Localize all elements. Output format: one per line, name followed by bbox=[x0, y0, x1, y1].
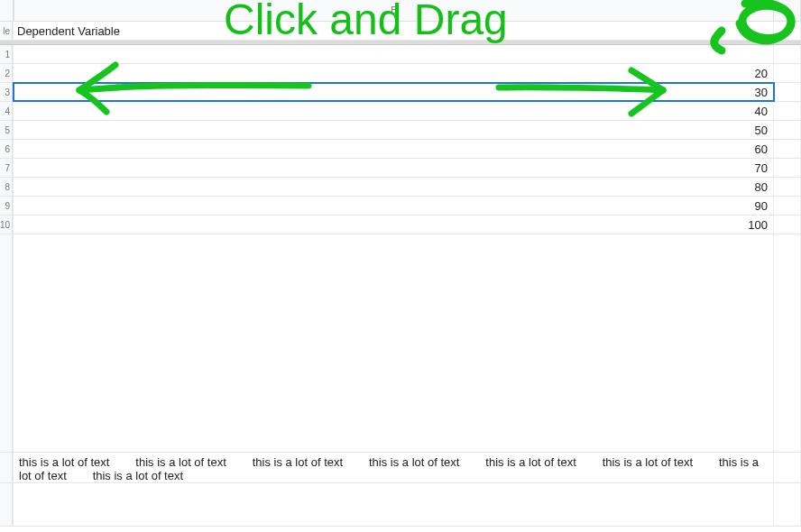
long-text-content: this is a lot of text this is a lot of t… bbox=[19, 455, 768, 482]
cell-c-3[interactable] bbox=[774, 83, 801, 101]
row-11 bbox=[0, 234, 801, 453]
row-head-frozen-label: le bbox=[3, 26, 10, 36]
row-head-6[interactable]: 6 bbox=[0, 140, 13, 158]
column-header-b-label: B bbox=[391, 5, 397, 15]
cell-b-12[interactable]: this is a lot of text this is a lot of t… bbox=[14, 453, 774, 482]
column-header-row: B bbox=[0, 0, 801, 22]
spreadsheet-grid: B le Dependent Variable 1220330440550660… bbox=[0, 0, 801, 532]
cell-value: 50 bbox=[755, 124, 768, 137]
cell-b-4[interactable]: 40 bbox=[14, 102, 774, 120]
row-head-3[interactable]: 3 bbox=[0, 83, 13, 101]
row-head-12[interactable] bbox=[0, 453, 13, 482]
cell-c-12[interactable] bbox=[774, 453, 801, 482]
column-header-c[interactable] bbox=[774, 0, 801, 21]
cell-value: 30 bbox=[755, 86, 768, 99]
cell-b-10[interactable]: 100 bbox=[14, 216, 774, 234]
cell-b-2[interactable]: 20 bbox=[14, 64, 774, 82]
select-all-corner[interactable] bbox=[0, 0, 14, 21]
cell-b-1[interactable] bbox=[14, 45, 774, 63]
row-4: 440 bbox=[0, 102, 801, 121]
frozen-row-1: le Dependent Variable bbox=[0, 22, 801, 41]
cell-value: 70 bbox=[755, 161, 768, 175]
cell-b-13[interactable] bbox=[14, 483, 774, 526]
row-12: this is a lot of text this is a lot of t… bbox=[0, 453, 801, 483]
row-2: 220 bbox=[0, 64, 801, 83]
row-number-label: 9 bbox=[5, 201, 10, 211]
cell-c-frozen[interactable] bbox=[774, 22, 801, 40]
cell-b-5[interactable]: 50 bbox=[14, 121, 774, 139]
cell-c-7[interactable] bbox=[774, 159, 801, 177]
row-number-label: 5 bbox=[5, 125, 10, 135]
cell-b-9[interactable]: 90 bbox=[14, 197, 774, 215]
row-13 bbox=[0, 483, 801, 527]
row-10: 10100 bbox=[0, 216, 801, 234]
row-head-9[interactable]: 9 bbox=[0, 197, 13, 215]
cell-value: 20 bbox=[755, 67, 768, 80]
row-number-label: 7 bbox=[5, 163, 10, 173]
row-head-7[interactable]: 7 bbox=[0, 159, 13, 177]
row-head-2[interactable]: 2 bbox=[0, 64, 13, 82]
column-header-b[interactable]: B bbox=[14, 0, 774, 21]
cell-c-6[interactable] bbox=[774, 140, 801, 158]
row-number-label: 3 bbox=[5, 87, 10, 97]
row-7: 770 bbox=[0, 159, 801, 178]
row-number-label: 8 bbox=[5, 182, 10, 192]
row-number-label: 6 bbox=[5, 144, 10, 154]
row-3: 330 bbox=[0, 83, 801, 102]
cell-value: 100 bbox=[748, 218, 768, 232]
row-head-8[interactable]: 8 bbox=[0, 178, 13, 196]
row-head-11[interactable] bbox=[0, 234, 13, 452]
cell-b-frozen[interactable]: Dependent Variable bbox=[14, 22, 774, 40]
cell-b-3[interactable]: 30 bbox=[14, 83, 774, 101]
cell-value: 80 bbox=[755, 180, 768, 194]
cell-b-11[interactable] bbox=[14, 234, 774, 452]
row-head-frozen[interactable]: le bbox=[0, 22, 13, 40]
row-number-label: 2 bbox=[5, 69, 10, 78]
cell-c-10[interactable] bbox=[774, 216, 801, 234]
cell-c-1[interactable] bbox=[774, 45, 801, 63]
row-head-4[interactable]: 4 bbox=[0, 102, 13, 120]
cell-c-8[interactable] bbox=[774, 178, 801, 196]
row-6: 660 bbox=[0, 140, 801, 159]
cell-value: 40 bbox=[755, 105, 768, 118]
cell-c-5[interactable] bbox=[774, 121, 801, 139]
row-number-label: 10 bbox=[0, 220, 10, 230]
row-head-5[interactable]: 5 bbox=[0, 121, 13, 139]
cell-c-9[interactable] bbox=[774, 197, 801, 215]
cell-b-7[interactable]: 70 bbox=[14, 159, 774, 177]
cell-c-4[interactable] bbox=[774, 102, 801, 120]
row-5: 550 bbox=[0, 121, 801, 140]
row-head-10[interactable]: 10 bbox=[0, 216, 13, 234]
cell-b-8[interactable]: 80 bbox=[14, 178, 774, 196]
cell-b-6[interactable]: 60 bbox=[14, 140, 774, 158]
dependent-variable-label: Dependent Variable bbox=[17, 24, 120, 38]
row-number-label: 1 bbox=[5, 50, 10, 60]
cell-c-13[interactable] bbox=[774, 483, 801, 526]
row-8: 880 bbox=[0, 178, 801, 197]
cell-c-11[interactable] bbox=[774, 234, 801, 452]
cell-value: 90 bbox=[755, 199, 768, 213]
row-9: 990 bbox=[0, 197, 801, 216]
cell-c-2[interactable] bbox=[774, 64, 801, 82]
row-head-13[interactable] bbox=[0, 483, 13, 526]
row-1: 1 bbox=[0, 45, 801, 64]
cell-value: 60 bbox=[755, 142, 768, 156]
row-head-1[interactable]: 1 bbox=[0, 45, 13, 63]
row-number-label: 4 bbox=[5, 106, 10, 116]
grid-body: le Dependent Variable 122033044055066077… bbox=[0, 22, 801, 532]
